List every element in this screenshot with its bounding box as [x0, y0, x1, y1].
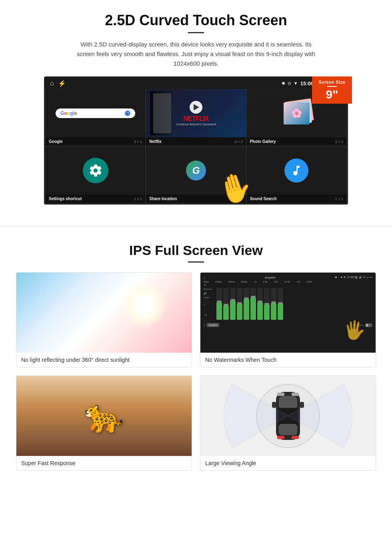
features-grid: No light reflecting under 360° direct su… [16, 272, 376, 471]
feature-card-fast-response: 🐆 Super Fast Response [16, 375, 192, 471]
sun-glow [120, 281, 168, 329]
home-icon: ⌂ [50, 80, 54, 87]
google-searchbar: Google 🎤 [56, 108, 135, 118]
section1-description: With 2.5D curved-display screen, this de… [72, 40, 320, 68]
netflix-app-name: Netflix [149, 139, 162, 144]
amp-bars [215, 284, 285, 320]
netflix-logo: NETFLIX Continue Marvel's Daredevil [176, 115, 216, 126]
amplifier-image: ⌂ Amplifier ■ ··· ♥ ▼ 17:33 📷 🔊 ✕ ▭ ↩ 60… [200, 273, 376, 353]
settings-label: Settings shortcut 1 × 1 [46, 195, 145, 203]
feature-card-no-watermarks: ⌂ Amplifier ■ ··· ♥ ▼ 17:33 📷 🔊 ✕ ▭ ↩ 60… [200, 272, 376, 367]
amp-nav-left: ⟨⟨ [204, 324, 205, 327]
amp-bar-6 [250, 288, 256, 320]
mic-icon: 🎤 [125, 110, 130, 116]
feature-caption-viewing-angle: Large Viewing Angle [200, 456, 376, 470]
amp-bar-4 [237, 288, 242, 320]
device-screen: ⌂ ⚡ ✱ ⊙ ▼ 15:06 📷 🔊 ✕ ▭ [44, 76, 348, 205]
title-underline [188, 32, 204, 33]
settings-app-name: Settings shortcut [49, 197, 82, 201]
feature-caption-fast-response: Super Fast Response [16, 456, 192, 470]
amp-custom-button: Custom [207, 323, 219, 327]
share-app-name: Share location [149, 197, 177, 201]
feature-caption-no-reflection: No light reflecting under 360° direct su… [16, 353, 192, 367]
amp-bar-8 [264, 288, 270, 320]
amp-hand-icon: 🖐 [343, 319, 366, 341]
sound-thumbnail [247, 147, 346, 195]
amp-header: ⌂ Amplifier ■ ··· ♥ ▼ 17:33 📷 🔊 ✕ ▭ ↩ [204, 276, 372, 279]
figure-silhouette [153, 93, 171, 133]
share-thumbnail: G 🤚 [146, 147, 246, 195]
section-divider [0, 226, 392, 227]
maps-g-icon: G [186, 161, 206, 181]
netflix-thumbnail: NETFLIX Continue Marvel's Daredevil [146, 89, 246, 137]
badge-title: Screen Size [314, 80, 350, 84]
amp-bar-7 [257, 288, 263, 320]
app-cell-share[interactable]: G 🤚 Share location 1 × 1 [146, 146, 246, 203]
viewing-angle-arc [200, 376, 376, 456]
netflix-subtitle: Continue Marvel's Daredevil [176, 122, 216, 126]
settings-icon-circle [83, 158, 108, 183]
cheetah-image: 🐆 [16, 376, 192, 456]
music-note-icon [290, 164, 303, 177]
amp-bar-2 [223, 288, 229, 320]
google-thumbnail: Google 🎤 [46, 89, 145, 137]
google-grid-size: 3 × 1 [134, 140, 142, 144]
netflix-play-button [190, 101, 202, 114]
netflix-label: Netflix 3 × 2 [146, 137, 246, 146]
app-grid: Google 🎤 Google 3 × 1 [45, 89, 347, 203]
settings-grid-size: 1 × 1 [134, 197, 142, 201]
location-icon: ⊙ [288, 81, 291, 86]
feature-card-no-reflection: No light reflecting under 360° direct su… [16, 272, 192, 367]
netflix-grid-size: 3 × 2 [234, 140, 242, 144]
wifi-icon: ▼ [294, 81, 298, 86]
section-curved-screen: 2.5D Curved Touch Screen With 2.5D curve… [0, 0, 392, 214]
cheetah-icon: 🐆 [84, 397, 124, 435]
amp-freq-labels: 60hz100hz200hz500hz1k2.5k10k12.5k15kSUB [204, 281, 372, 283]
play-triangle [194, 104, 199, 110]
gallery-grid-size: 2 × 2 [335, 140, 343, 144]
sound-icon-circle [284, 159, 308, 183]
section1-title: 2.5D Curved Touch Screen [24, 12, 368, 29]
amp-bar-9 [271, 288, 276, 320]
usb-icon: ⚡ [58, 80, 66, 87]
badge-divider [327, 86, 337, 87]
flower-icon: 🌸 [291, 108, 302, 118]
sound-label: Sound Search 1 × 1 [247, 195, 346, 203]
sunlight-image [16, 273, 192, 353]
section2-underline [188, 261, 204, 263]
feature-caption-no-watermarks: No Watermarks When Touch [200, 353, 376, 367]
status-left: ⌂ ⚡ [50, 80, 66, 87]
google-app-name: Google [49, 139, 62, 144]
loudness-toggle [365, 323, 372, 327]
amp-bar-3 [230, 288, 236, 320]
badge-size: 9" [314, 88, 350, 100]
device-mockup: Screen Size 9" ⌂ ⚡ ✱ ⊙ ▼ 15:06 📷 🔊 ✕ [44, 76, 348, 205]
app-cell-sound[interactable]: Sound Search 1 × 1 [246, 146, 347, 203]
app-cell-netflix[interactable]: NETFLIX Continue Marvel's Daredevil Netf… [146, 89, 246, 146]
status-bar: ⌂ ⚡ ✱ ⊙ ▼ 15:06 📷 🔊 ✕ ▭ [45, 78, 347, 89]
amp-icons: ■ ··· ♥ ▼ 17:33 📷 🔊 ✕ ▭ ↩ [335, 276, 372, 279]
gallery-app-name: Photo Gallery [250, 139, 276, 144]
amp-home-icon: ⌂ [204, 276, 205, 279]
gear-icon [88, 163, 103, 178]
amp-title: Amplifier [265, 276, 276, 279]
amp-bar-5 [244, 288, 249, 320]
amp-bar-1 [216, 288, 222, 320]
gallery-stack: 🌸 [280, 95, 312, 131]
app-cell-settings[interactable]: Settings shortcut 1 × 1 [45, 146, 146, 203]
app-cell-google[interactable]: Google 🎤 Google 3 × 1 [45, 89, 146, 146]
toggle-knob [366, 324, 368, 327]
amp-side-labels: 10 Balance 🔊 Fader 0 -10 [204, 284, 372, 320]
settings-thumbnail [46, 147, 145, 195]
feature-card-viewing-angle: Large Viewing Angle [200, 375, 376, 471]
google-logo: Google [60, 110, 77, 116]
car-image [200, 376, 376, 456]
netflix-logo-text: NETFLIX [176, 115, 216, 122]
gallery-label: Photo Gallery 2 × 2 [247, 137, 346, 146]
section2-title: IPS Full Screen View [16, 243, 376, 258]
status-time: 15:06 [300, 80, 314, 86]
google-label: Google 3 × 1 [46, 137, 145, 146]
netflix-figure [150, 91, 174, 135]
sound-grid-size: 1 × 1 [335, 197, 343, 201]
bluetooth-icon: ✱ [282, 81, 285, 86]
